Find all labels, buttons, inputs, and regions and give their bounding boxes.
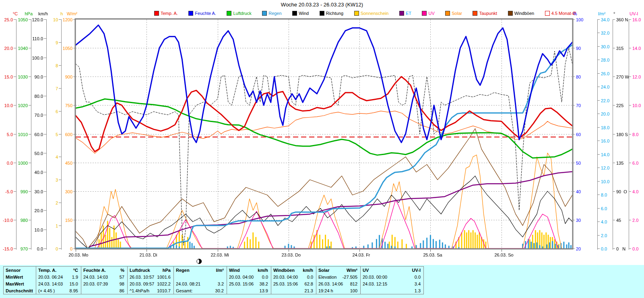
cell-value: UV-I	[369, 268, 421, 273]
table-cell: 20.03. 04:000.0	[271, 273, 316, 280]
table-column-feuchte-a-: Feuchte A.%24.03. 14:035720.03. 07:39988…	[81, 267, 128, 294]
cell-datetime: 24.03. 12:15	[363, 281, 387, 286]
table-cell: 26.03. 10:571001.6	[128, 273, 173, 280]
table-cell: 24.03. 14:0357	[81, 273, 127, 280]
cell-value: 98	[108, 281, 124, 286]
table-column-wind: Windkm/h20.03. 04:000.025.03. 15:0638.21…	[227, 267, 271, 294]
table-cell: Elevation-27.505	[316, 273, 360, 280]
cell-datetime: Solar	[318, 268, 330, 273]
cell-datetime: Gesamt:	[176, 288, 193, 293]
table-cell: 13.9	[227, 287, 270, 294]
table-column-regen: Regenl/m²24.03. 08:213.2Gesamt:30.2	[174, 267, 227, 294]
cell-value: 0.0	[298, 275, 313, 279]
cell-value: %	[106, 268, 124, 273]
cell-value: -27.505	[336, 275, 357, 279]
table-cell: 20.03. 00:000.0	[361, 273, 423, 280]
stats-table-box: SensorMinWertMaxWertDurchschnittTemp. A.…	[3, 266, 424, 294]
table-column-uv: UVUV-I20.03. 00:000.024.03. 12:153.41.3	[361, 267, 423, 294]
cell-datetime: 24.03. 14:03	[38, 281, 63, 286]
table-cell: 20.03. 07:3998	[81, 280, 127, 287]
cell-datetime: 19:24 h	[318, 288, 333, 293]
cell-value: 100	[333, 288, 357, 293]
cell-datetime: 20.03. 00:00	[363, 275, 387, 279]
cell-value: km/h	[240, 268, 268, 273]
cell-value: 1022.2	[154, 281, 171, 286]
cell-value: 62.8	[298, 281, 313, 286]
table-column-windb-en: Windböenkm/h20.03. 04:000.025.03. 15:066…	[271, 267, 316, 294]
table-column-solar: SolarW/m²Elevation-27.50526.03. 14:06812…	[316, 267, 361, 294]
table-row-label-column: SensorMinWertMaxWertDurchschnitt	[4, 267, 36, 294]
cell-datetime: UV	[363, 268, 369, 273]
table-column-luftdruck: LuftdruckhPa26.03. 10:571001.620.03. 09:…	[128, 267, 174, 294]
cell-value: 812	[343, 281, 357, 286]
table-cell: 20.03. 09:571022.2	[128, 280, 173, 287]
cell-value: 21.3	[273, 288, 313, 293]
stats-table: SensorMinWertMaxWertDurchschnittTemp. A.…	[0, 265, 644, 298]
cell-value: 1.3	[363, 288, 421, 293]
row-label-text: Sensor	[6, 268, 21, 273]
table-header-cell: Feuchte A.%	[81, 267, 127, 273]
cell-datetime: Regen	[176, 268, 190, 273]
cell-value: 0.0	[254, 275, 268, 279]
cell-value: 3.2	[200, 281, 224, 286]
cell-datetime: 20.03. 06:24	[38, 275, 63, 279]
cell-value: km/h	[295, 268, 313, 273]
cell-value: 30.2	[193, 288, 224, 293]
table-header-cell: Windkm/h	[227, 267, 270, 273]
cell-datetime: Wind	[229, 268, 240, 273]
cell-datetime: 26.03. 14:06	[318, 281, 343, 286]
cell-datetime: 26.03. 10:57	[130, 275, 154, 279]
cell-value: 8.95	[55, 288, 78, 293]
row-label: MinWert	[4, 273, 35, 280]
table-cell: 20.03. 04:000.0	[227, 273, 270, 280]
table-header-cell: Temp. A.°C	[36, 267, 80, 273]
table-cell: Gesamt:30.2	[174, 287, 226, 294]
cell-datetime: (+ 4.45 )	[38, 288, 55, 293]
cell-value: 13.9	[229, 288, 268, 293]
cell-datetime: 25.03. 15:06	[229, 281, 254, 286]
cell-value: 15.0	[63, 281, 78, 286]
row-label: MaxWert	[4, 280, 35, 287]
cell-value: 3.4	[387, 281, 421, 286]
cell-datetime: Windböen	[273, 268, 295, 273]
table-cell: 1.3	[361, 287, 423, 294]
cell-datetime: 20.03. 04:00	[229, 275, 254, 279]
cell-value: 0.0	[387, 275, 421, 279]
table-cell: 25.03. 15:0638.2	[227, 280, 270, 287]
table-cell: 24.03. 14:0315.0	[36, 280, 80, 287]
cell-value: 1010.7	[149, 288, 171, 293]
cell-datetime: 20.03. 07:39	[83, 281, 108, 286]
cell-datetime: Feuchte A.	[83, 268, 106, 273]
cell-value: 86	[83, 288, 124, 293]
cell-datetime: 24.03. 14:03	[83, 275, 108, 279]
cell-datetime: 20.03. 09:57	[130, 281, 154, 286]
table-header-cell: Windböenkm/h	[271, 267, 316, 273]
table-cell: 24.03. 08:213.2	[174, 280, 226, 287]
cell-value: l/m²	[190, 268, 224, 273]
table-cell: 26.03. 14:06812	[316, 280, 360, 287]
table-column-temp-a-: Temp. A.°C20.03. 06:241.924.03. 14:0315.…	[36, 267, 81, 294]
cell-value: 38.2	[254, 281, 268, 286]
row-label: Durchschnitt	[4, 287, 35, 294]
table-cell: 21.3	[271, 287, 316, 294]
table-cell: (+ 4.45 )8.95	[36, 287, 80, 294]
cell-value: 1001.6	[154, 275, 171, 279]
table-header-cell: Regenl/m²	[174, 267, 226, 273]
cell-datetime: Elevation	[318, 275, 336, 279]
table-cell: ^1.4hPa/h1010.7	[128, 287, 173, 294]
table-cell: 25.03. 15:0662.8	[271, 280, 316, 287]
table-header-cell: SolarW/m²	[316, 267, 360, 273]
table-cell: 19:24 h100	[316, 287, 360, 294]
cell-value: W/m²	[330, 268, 357, 273]
cell-value: °C	[56, 268, 78, 273]
table-cell: 20.03. 06:241.9	[36, 273, 80, 280]
table-cell: 86	[81, 287, 127, 294]
weather-chart-canvas[interactable]	[0, 0, 644, 265]
cell-datetime: 20.03. 04:00	[273, 275, 298, 279]
table-header-cell: LuftdruckhPa	[128, 267, 173, 273]
cell-datetime: Temp. A.	[38, 268, 56, 273]
cell-value: 1.9	[63, 275, 78, 279]
cell-datetime: 25.03. 15:06	[273, 281, 298, 286]
cell-value: hPa	[150, 268, 171, 273]
table-header-cell: UVUV-I	[361, 267, 423, 273]
